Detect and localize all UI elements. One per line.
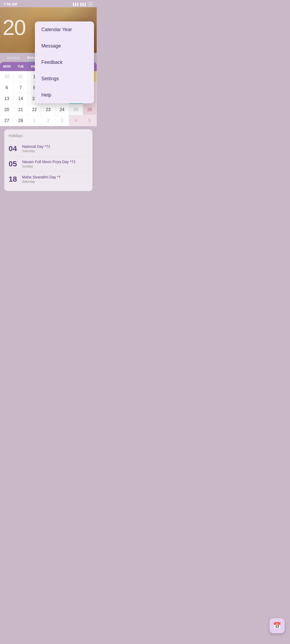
holiday-info: Maha Sivarathri Day *† Saturday <box>22 175 61 184</box>
cal-cell[interactable]: 27 <box>0 115 14 126</box>
battery-indicator: 40 <box>88 2 93 6</box>
holiday-item[interactable]: 05 Navam Full Moon Poya Day *†‡ Sunday <box>9 156 88 172</box>
holiday-date: 04 <box>9 144 18 153</box>
settings-item[interactable]: Settings <box>35 71 94 87</box>
feedback-item[interactable]: Feedback <box>35 54 94 71</box>
holiday-item[interactable]: 04 National Day *†‡ Saturday <box>9 141 88 156</box>
cal-cell[interactable]: 5 <box>83 115 97 126</box>
calendar-year-item[interactable]: Calendar Year <box>35 21 94 38</box>
cal-cell[interactable]: 24 <box>55 104 69 115</box>
cal-cell[interactable]: 2 <box>41 115 55 126</box>
cal-cell[interactable]: 22 <box>28 104 41 115</box>
cal-cell[interactable]: 30 <box>0 71 14 82</box>
hero-year: 20 <box>3 15 26 40</box>
holidays-section: Holidays 04 National Day *†‡ Saturday 05… <box>4 129 92 191</box>
signal-icon: ▌▌▌ <box>73 3 79 6</box>
dropdown-menu: Calendar Year Message Feedback Settings … <box>35 21 94 103</box>
holiday-info: National Day *†‡ Saturday <box>22 144 50 153</box>
holiday-item[interactable]: 18 Maha Sivarathri Day *† Saturday <box>9 172 88 187</box>
holiday-day: Saturday <box>22 180 61 184</box>
cal-cell[interactable]: 1 <box>28 115 41 126</box>
message-item[interactable]: Message <box>35 38 94 54</box>
holiday-date: 18 <box>9 175 18 184</box>
cal-cell[interactable]: 6 <box>0 82 14 93</box>
holiday-day: Saturday <box>22 149 50 153</box>
holiday-info: Navam Full Moon Poya Day *†‡ Sunday <box>22 160 75 168</box>
cal-cell[interactable]: 28 <box>14 115 27 126</box>
status-icons: ▌▌▌ ▌▌▌ 40 <box>73 2 93 6</box>
status-time: 7:56 AM <box>4 2 17 6</box>
help-item[interactable]: Help <box>35 87 94 103</box>
holiday-day: Sunday <box>22 164 75 168</box>
cal-cell[interactable]: 20 <box>0 104 14 115</box>
cal-cell[interactable]: 31 <box>14 71 27 82</box>
tab-january[interactable]: January <box>3 53 24 62</box>
cal-cell[interactable]: 14 <box>14 93 27 104</box>
cal-cell[interactable]: 3 <box>55 115 69 126</box>
holiday-name: National Day *†‡ <box>22 144 50 149</box>
cal-cell[interactable]: 21 <box>14 104 27 115</box>
cal-cell[interactable]: 7 <box>14 82 27 93</box>
cal-cell[interactable]: 26 <box>83 104 97 115</box>
holidays-title: Holidays <box>9 134 88 138</box>
day-header-mon: MON <box>0 62 14 71</box>
cal-cell[interactable]: 25 <box>69 104 83 115</box>
cal-cell[interactable]: 23 <box>41 104 55 115</box>
cal-cell[interactable]: 4 <box>69 115 83 126</box>
signal-icon-2: ▌▌▌ <box>80 3 86 6</box>
status-bar: 7:56 AM ▌▌▌ ▌▌▌ 40 <box>0 0 97 7</box>
day-header-tue: TUE <box>14 62 27 71</box>
holiday-name: Navam Full Moon Poya Day *†‡ <box>22 160 75 164</box>
holiday-name: Maha Sivarathri Day *† <box>22 175 61 179</box>
holiday-date: 05 <box>9 160 18 168</box>
cal-cell[interactable]: 13 <box>0 93 14 104</box>
